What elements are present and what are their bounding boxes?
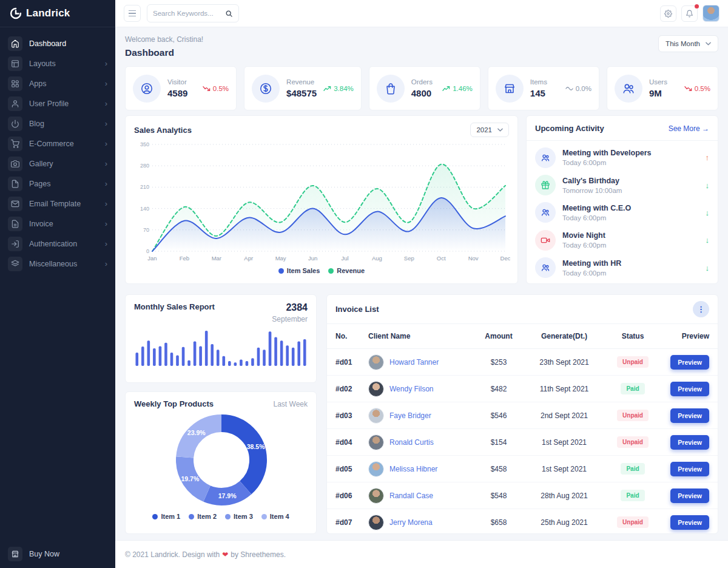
bell-icon xyxy=(686,10,693,18)
invoice-amount: $548 xyxy=(473,482,525,509)
stat-card-users: Users 9M 0.5% xyxy=(607,66,718,110)
sidebar-item-email-template[interactable]: Email Template › xyxy=(0,194,115,214)
client-avatar xyxy=(368,408,384,424)
preview-button[interactable]: Preview xyxy=(670,382,709,396)
svg-text:0: 0 xyxy=(146,248,149,254)
sidebar-item-apps[interactable]: Apps › xyxy=(0,73,115,93)
sidebar-item-label: Dashboard xyxy=(29,39,66,48)
arrow-down-icon: ↓ xyxy=(706,263,710,272)
sidebar-item-dashboard[interactable]: Dashboard xyxy=(0,33,115,53)
login-icon xyxy=(8,237,22,251)
invoice-menu-button[interactable]: ⋮ xyxy=(693,301,709,317)
stat-label: Orders xyxy=(411,78,433,86)
sidebar-item-blog[interactable]: Blog › xyxy=(0,113,115,134)
client-name-link[interactable]: Randall Case xyxy=(389,492,433,500)
activity-item[interactable]: Cally's Birthday Tomorrow 10:00am ↓ xyxy=(535,171,709,198)
client-name-link[interactable]: Wendy Filson xyxy=(389,385,433,393)
stat-delta: 1.46% xyxy=(442,85,473,92)
buy-now-button[interactable]: Buy Now xyxy=(0,540,115,568)
status-badge: Unpaid xyxy=(617,436,649,448)
activity-item[interactable]: Meeting with Developers Today 6:00pm ↑ xyxy=(535,144,709,171)
svg-text:Nov: Nov xyxy=(468,255,479,262)
sidebar-item-authentication[interactable]: Authentication › xyxy=(0,234,115,254)
svg-text:210: 210 xyxy=(140,184,149,190)
client-name-link[interactable]: Faye Bridger xyxy=(389,411,431,420)
chevron-right-icon: › xyxy=(105,219,107,228)
sales-chart-legend: Item Sales Revenue xyxy=(134,267,509,274)
preview-button[interactable]: Preview xyxy=(670,515,709,530)
stat-card-revenue: Revenue $48575 3.84% xyxy=(244,66,362,110)
invoice-amount: $154 xyxy=(473,429,525,456)
user-icon xyxy=(8,96,22,111)
settings-button[interactable] xyxy=(660,5,676,22)
arrow-right-icon: → xyxy=(702,124,709,133)
sidebar-item-label: Blog xyxy=(29,120,44,128)
period-select-value: This Month xyxy=(666,40,700,47)
sidebar-item-layouts[interactable]: Layouts › xyxy=(0,53,115,73)
activity-item[interactable]: Movie Night Today 6:00pm ↓ xyxy=(535,226,709,254)
stat-value: 4589 xyxy=(167,88,187,98)
users-icon xyxy=(615,75,642,103)
sales-analytics-chart: 070140210280350JanFebMarAprMayJunJulAugS… xyxy=(134,138,510,266)
app-logo[interactable]: Landrick xyxy=(0,0,115,27)
client-avatar xyxy=(368,434,384,450)
sidebar-item-pages[interactable]: Pages › xyxy=(0,174,115,194)
activity-time: Today 6:00pm xyxy=(562,269,621,277)
col-preview: Preview xyxy=(662,324,718,349)
sales-analytics-title: Sales Analytics xyxy=(134,126,192,135)
arrow-down-icon: ↓ xyxy=(706,235,710,245)
col-no: No. xyxy=(327,324,362,349)
period-select[interactable]: This Month xyxy=(658,35,718,52)
chevron-right-icon: › xyxy=(105,199,107,208)
invoice-date: 1st Sept 2021 xyxy=(525,429,604,456)
legend-label: Item 3 xyxy=(234,513,253,520)
sidebar-item-gallery[interactable]: Gallery › xyxy=(0,154,115,174)
client-name-link[interactable]: Melissa Hibner xyxy=(389,465,437,473)
arrow-up-icon: ↑ xyxy=(706,153,710,162)
client-name-link[interactable]: Howard Tanner xyxy=(389,358,439,367)
year-select[interactable]: 2021 xyxy=(470,123,509,137)
user-avatar[interactable] xyxy=(703,5,720,22)
item-sales-legend-dot xyxy=(278,268,284,274)
client-name-link[interactable]: Jerry Morena xyxy=(389,518,433,527)
legend-label: Revenue xyxy=(337,267,365,274)
preview-button[interactable]: Preview xyxy=(670,355,709,370)
preview-button[interactable]: Preview xyxy=(670,408,709,423)
activity-title: Cally's Birthday xyxy=(562,177,622,185)
invoice-table: No. Client Name Amount Generate(Dt.) Sta… xyxy=(327,324,718,534)
search-input[interactable] xyxy=(153,10,221,17)
col-client-name: Client Name xyxy=(362,324,473,349)
invoice-amount: $458 xyxy=(473,456,525,482)
sidebar-item-user-profile[interactable]: User Profile › xyxy=(0,93,115,113)
see-more-link[interactable]: See More → xyxy=(669,124,709,133)
welcome-text: Welcome back, Cristina! xyxy=(125,35,203,44)
status-badge: Unpaid xyxy=(617,516,649,528)
footer-text: © 2021 Landrick. Design with xyxy=(125,550,220,559)
sidebar-item-ecommerce[interactable]: E-Commerce › xyxy=(0,134,115,154)
legend-label: Item 4 xyxy=(270,513,289,520)
hamburger-menu-button[interactable] xyxy=(124,5,141,22)
activity-item[interactable]: Meeting with C.E.O Today 6:00pm ↓ xyxy=(535,199,709,226)
invoice-row: #d01 Howard Tanner $253 23th Sept 2021 U… xyxy=(327,349,718,376)
status-badge: Paid xyxy=(621,383,644,394)
invoice-amount: $658 xyxy=(473,509,525,535)
status-badge: Unpaid xyxy=(617,410,649,421)
preview-button[interactable]: Preview xyxy=(670,435,709,450)
sidebar-item-invoice[interactable]: Invoice › xyxy=(0,214,115,234)
activity-time: Today 6:00pm xyxy=(562,214,631,221)
invoice-date: 1st Sept 2021 xyxy=(525,456,604,482)
activity-item[interactable]: Meeting with HR Today 6:00pm ↓ xyxy=(535,254,709,282)
preview-button[interactable]: Preview xyxy=(670,489,709,503)
store-icon xyxy=(8,547,22,561)
preview-button[interactable]: Preview xyxy=(670,462,709,476)
invoice-no: #d02 xyxy=(327,376,362,402)
sidebar-item-miscellaneous[interactable]: Miscellaneous › xyxy=(0,254,115,274)
client-name-link[interactable]: Ronald Curtis xyxy=(389,438,434,447)
svg-text:23.9%: 23.9% xyxy=(187,429,206,436)
stat-cards: Visitor 4589 0.5% Revenue $48575 3.84% xyxy=(125,66,718,110)
search-icon[interactable] xyxy=(225,10,233,18)
svg-text:Jun: Jun xyxy=(308,255,317,262)
chevron-right-icon: › xyxy=(105,239,107,248)
notifications-button[interactable] xyxy=(681,5,698,22)
sidebar-item-label: Apps xyxy=(29,79,47,88)
